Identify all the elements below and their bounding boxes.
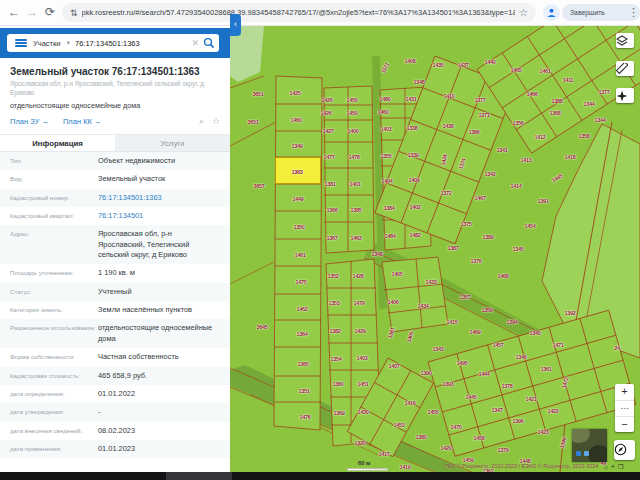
- parcel-label[interactable]: 1475: [295, 279, 306, 285]
- parcel-label[interactable]: 1365: [297, 361, 308, 367]
- parcel-label[interactable]: 1345: [512, 246, 523, 252]
- parcel-label[interactable]: 1357: [459, 294, 470, 300]
- map-canvas[interactable]: 3651365136573645142514601349136314491350…: [230, 26, 640, 472]
- taskbar-item[interactable]: [166, 472, 232, 480]
- parcel-label[interactable]: 1375: [460, 221, 471, 227]
- parcel-label[interactable]: 1379: [497, 447, 508, 453]
- parcel-label[interactable]: 1359: [481, 307, 492, 313]
- parcel-label[interactable]: 1409: [408, 177, 419, 183]
- forward-icon[interactable]: →: [24, 4, 40, 20]
- parcel-label[interactable]: 1451: [357, 381, 368, 387]
- parcel-label[interactable]: 3651: [252, 91, 263, 97]
- parcel-label[interactable]: 1412: [534, 134, 545, 140]
- parcel-label[interactable]: 1476: [299, 414, 310, 420]
- parcel-label[interactable]: 1461: [294, 252, 305, 258]
- parcel-label[interactable]: 1457: [492, 342, 503, 348]
- parcel-label[interactable]: 1419: [399, 464, 410, 470]
- zoom-options-icon[interactable]: ⋯: [615, 400, 634, 416]
- parcel-label[interactable]: 1427: [322, 128, 333, 134]
- parcel-label[interactable]: 1405: [391, 271, 402, 277]
- parcel-label[interactable]: 1404: [381, 178, 392, 184]
- parcel-label[interactable]: 1390: [420, 370, 431, 376]
- parcel-label[interactable]: 1458: [473, 435, 484, 441]
- parcel-label[interactable]: 1393: [442, 381, 453, 387]
- parcel-label[interactable]: 1445: [465, 394, 476, 400]
- parcel-label[interactable]: 1470: [450, 424, 461, 430]
- parcel-label[interactable]: 1347: [491, 407, 502, 413]
- parcel-label[interactable]: 1480: [379, 96, 390, 102]
- parcel-label[interactable]: 1444: [478, 371, 489, 377]
- parcel-label[interactable]: 1396: [512, 418, 523, 424]
- map-footer-icons[interactable]: ⌂+❐: [604, 463, 627, 471]
- parcel-label[interactable]: 1434: [417, 303, 428, 309]
- parcel-label[interactable]: 1368: [549, 110, 560, 116]
- parcel-label[interactable]: 1430: [357, 409, 368, 415]
- parcel-label[interactable]: 1467: [474, 195, 485, 201]
- parcel-label[interactable]: 1429: [354, 328, 365, 334]
- chevron-down-icon[interactable]: ▾: [67, 39, 71, 47]
- measure-icon[interactable]: [616, 61, 634, 76]
- parcel-label[interactable]: 1344: [594, 117, 605, 123]
- parcel-label[interactable]: 1416: [404, 400, 415, 406]
- parcel-label[interactable]: 1428: [352, 273, 363, 279]
- parcel-label[interactable]: 1460: [290, 117, 301, 123]
- parcel-label[interactable]: 1411: [563, 77, 574, 83]
- parcel-label[interactable]: 1449: [292, 196, 303, 202]
- parcel-label[interactable]: 1401: [349, 181, 360, 187]
- tab-information[interactable]: Информация: [0, 135, 115, 151]
- parcel-label[interactable]: 1422: [547, 408, 558, 414]
- overview-thumbnail[interactable]: [572, 429, 607, 462]
- parcel-label[interactable]: 1414: [510, 183, 521, 189]
- parcel-label[interactable]: 1454: [524, 223, 535, 229]
- parcel-label[interactable]: 1341: [496, 147, 507, 153]
- parcel-label[interactable]: 1402: [409, 204, 420, 210]
- parcel-label[interactable]: 1364: [296, 331, 307, 337]
- plan-zu-link[interactable]: План ЗУ →: [10, 117, 49, 126]
- parcel-label[interactable]: 1380: [415, 434, 426, 440]
- parcel-label[interactable]: 1455: [427, 409, 438, 415]
- parcel-label[interactable]: 1355: [380, 153, 391, 159]
- parcel-label[interactable]: 1376: [470, 258, 481, 264]
- profile-avatar-icon[interactable]: [543, 4, 560, 21]
- parcel-label[interactable]: 1378: [501, 383, 512, 389]
- parcel-label[interactable]: 3651: [247, 119, 258, 125]
- parcel-label[interactable]: 1386: [468, 129, 479, 135]
- parcel-label[interactable]: 1346: [515, 354, 526, 360]
- parcel-label[interactable]: 1388: [551, 98, 562, 104]
- parcel-label[interactable]: 1371: [478, 112, 489, 118]
- parcel-label[interactable]: 1377: [474, 97, 485, 103]
- locate-icon[interactable]: [614, 440, 635, 460]
- parcel-label[interactable]: 1338: [406, 125, 417, 131]
- parcel-label[interactable]: 1417: [378, 451, 389, 457]
- parcel-label[interactable]: 1423: [537, 429, 548, 435]
- parcel-label[interactable]: 1372: [440, 190, 451, 196]
- hamburger-menu-icon[interactable]: [15, 39, 27, 47]
- parcel-label[interactable]: 1367: [326, 235, 337, 241]
- parcel-label[interactable]: 1468: [497, 273, 508, 279]
- parcel-label[interactable]: 1343: [432, 346, 443, 352]
- parcel-label[interactable]: 1463: [350, 235, 361, 241]
- parcel-label[interactable]: 1469: [469, 329, 480, 335]
- parcel-label[interactable]: 1420: [440, 445, 451, 451]
- zoom-in-icon[interactable]: +: [615, 384, 634, 400]
- row-value-link[interactable]: 76:17:134501: [98, 211, 220, 221]
- parcel-label[interactable]: 1421: [525, 396, 536, 402]
- selected-parcel-label[interactable]: 1363: [291, 169, 302, 175]
- parcel-label[interactable]: 1394: [506, 319, 517, 325]
- url-text[interactable]: pkk.rosreestr.ru/#/search/57.47293540028…: [82, 8, 515, 17]
- parcel-label[interactable]: 1466: [526, 91, 537, 97]
- parcel-label[interactable]: 1418: [564, 154, 575, 160]
- parcel-label[interactable]: 1353: [328, 300, 339, 306]
- parcel-label[interactable]: 1465: [510, 67, 521, 73]
- parcel-label[interactable]: 1462: [296, 306, 307, 312]
- parcel-label[interactable]: 1382: [329, 328, 340, 334]
- parcel-label[interactable]: 1435: [432, 62, 443, 68]
- parcel-label[interactable]: 1438: [442, 123, 453, 129]
- parcel-label[interactable]: 1440: [484, 59, 495, 65]
- reload-icon[interactable]: ⟳: [42, 4, 58, 20]
- parcel-label[interactable]: 1407: [388, 363, 399, 369]
- parcel-label[interactable]: 1348: [413, 79, 424, 85]
- parcel-label[interactable]: 1351: [298, 388, 309, 394]
- search-input[interactable]: [75, 39, 187, 48]
- parcel-label[interactable]: 1460: [377, 109, 388, 115]
